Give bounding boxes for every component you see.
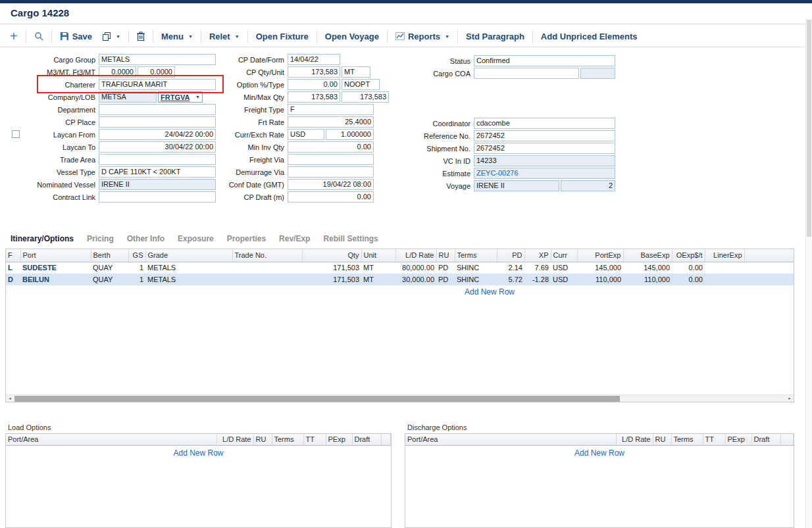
scrollbar-thumb[interactable] [807,20,811,237]
shipment-no-field[interactable]: 2672452 [474,143,615,154]
tab-pricing[interactable]: Pricing [87,234,114,243]
cp-draft-field[interactable]: 0.00 [288,191,374,203]
cell-f[interactable]: D [6,274,20,285]
curr-field[interactable]: USD [288,129,324,140]
voyage-number-field[interactable]: 2 [561,180,615,191]
freight-type-field[interactable]: F [288,104,374,115]
frt-rate-field[interactable]: 25.4000 [288,116,374,128]
cell-curr[interactable]: USD [551,262,577,274]
cell-baseexp[interactable]: 110,000 [623,274,672,285]
col-header-pd[interactable]: PD [497,249,524,262]
charterer-field[interactable]: TRAFIGURA MARIT [99,79,216,90]
cell-trade-no[interactable] [232,274,302,285]
col-header-linerexp[interactable]: LinerExp [705,249,744,262]
cell-unit[interactable]: MT [361,262,395,274]
add-new-row-link[interactable]: Add New Row [6,448,391,458]
cell-pd[interactable]: 5.72 [497,274,524,285]
col-header-draft[interactable]: Draft [751,434,780,445]
col-header-portexp[interactable]: PortExp [577,249,623,262]
add-unpriced-elements-button[interactable]: Add Unpriced Elements [539,30,640,43]
tab-properties[interactable]: Properties [227,234,266,243]
nominated-vessel-field[interactable]: IRENE II [99,179,216,190]
min-qty-field[interactable]: 173,583 [288,91,340,103]
scroll-left-icon[interactable]: ◄ [6,395,14,402]
laycan-from-field[interactable]: 24/04/22 00:00 [99,129,216,140]
contract-link-field[interactable] [99,191,216,203]
cell-portexp[interactable]: 110,000 [577,274,623,285]
delete-button[interactable] [135,30,147,42]
tab-other-info[interactable]: Other Info [127,234,165,243]
m3mt-field-2[interactable]: 0.0000 [138,66,175,78]
col-header-xp[interactable]: XP [524,249,551,262]
open-voyage-button[interactable]: Open Voyage [323,30,381,43]
cell-gs[interactable]: 1 [128,274,145,285]
col-header-f[interactable]: F [6,249,20,262]
cell-port[interactable]: BEILUN [20,274,91,285]
cell-portexp[interactable]: 145,000 [577,262,623,274]
cell-port[interactable]: SUDESTE [20,262,91,274]
conf-date-field[interactable]: 19/04/22 08:00 [288,179,374,190]
col-header-ld-rate[interactable]: L/D Rate [616,434,653,445]
col-header-terms[interactable]: Terms [671,434,703,445]
add-new-row-link[interactable]: Add New Row [6,287,794,297]
tab-exposure[interactable]: Exposure [178,234,214,243]
voyage-vessel-field[interactable]: IRENE II [474,180,559,191]
cell-berth[interactable]: QUAY [91,262,128,274]
copy-dropdown-button[interactable]: ▼ [100,30,122,42]
col-header-trade-no[interactable]: Trade No. [232,249,302,262]
cell-trade-no[interactable] [232,262,302,274]
exch-rate-field[interactable]: 1.000000 [326,129,374,140]
cp-unit-field[interactable]: MT [342,66,370,78]
option-pct-field[interactable]: 0.00 [288,79,340,90]
cargo-group-field[interactable]: METALS [99,54,216,65]
option-type-field[interactable]: NOOPT [342,79,380,90]
cell-linerexp[interactable] [705,274,744,285]
tab-itinerary-options[interactable]: Itinerary/Options [11,234,74,243]
cell-baseexp[interactable]: 145,000 [623,262,672,274]
cp-place-field[interactable] [99,116,216,128]
cp-qty-field[interactable]: 173,583 [288,66,340,78]
laycan-to-field[interactable]: 30/04/22 00:00 [99,141,216,153]
cell-linerexp[interactable] [705,262,744,274]
col-header-oexp[interactable]: OExp$/t [672,249,705,262]
table-row[interactable]: L SUDESTE QUAY 1 METALS 171,503 MT 80,00… [6,262,794,274]
col-header-berth[interactable]: Berth [91,249,128,262]
col-header-curr[interactable]: Curr [551,249,577,262]
cell-pd[interactable]: 2.14 [497,262,524,274]
col-header-gs[interactable]: GS [128,249,145,262]
max-qty-field[interactable]: 173,583 [342,91,389,103]
col-header-pexp[interactable]: PExp [725,434,751,445]
add-new-row-link[interactable]: Add New Row [405,448,794,458]
m3mt-field-1[interactable]: 0.0000 [99,66,136,78]
col-header-ru[interactable]: RU [653,434,671,445]
reference-no-field[interactable]: 2672452 [474,130,615,141]
cell-grade[interactable]: METALS [145,262,232,274]
status-field[interactable]: Confirmed [474,55,615,66]
estimate-link[interactable]: ZEYC-00276 [474,168,615,179]
freight-via-field[interactable] [288,154,374,165]
col-header-pexp[interactable]: PExp [326,434,352,445]
std-paragraph-button[interactable]: Std Paragraph [464,30,526,43]
cell-grade[interactable]: METALS [145,274,232,285]
col-header-terms[interactable]: Terms [455,249,497,262]
cell-xp[interactable]: -1.28 [524,274,551,285]
col-header-ru[interactable]: RU [436,249,455,262]
cell-xp[interactable]: 7.69 [524,262,551,274]
vertical-scrollbar[interactable] [805,18,812,528]
search-button[interactable] [32,30,45,42]
col-header-qty[interactable]: Qty [302,249,361,262]
col-header-ru[interactable]: RU [253,434,272,445]
relet-button[interactable]: Relet ▼ [207,30,241,43]
table-row[interactable]: D BEILUN QUAY 1 METALS 171,503 MT 30,000… [6,274,794,285]
coordinator-field[interactable]: cdacombe [474,118,615,129]
vc-in-id-field[interactable]: 14233 [474,155,615,166]
cp-date-field[interactable]: 14/04/22 [288,54,340,65]
reports-button[interactable]: Reports ▼ [393,30,451,43]
tab-rev-exp[interactable]: Rev/Exp [279,234,310,243]
min-inv-qty-field[interactable]: 0.00 [288,141,374,153]
menu-button[interactable]: Menu ▼ [159,30,195,43]
col-header-ld-rate[interactable]: L/D Rate [395,249,436,262]
scrollbar-thumb[interactable] [14,396,620,402]
cell-ru[interactable]: PD [436,274,455,285]
cell-curr[interactable]: USD [551,274,577,285]
